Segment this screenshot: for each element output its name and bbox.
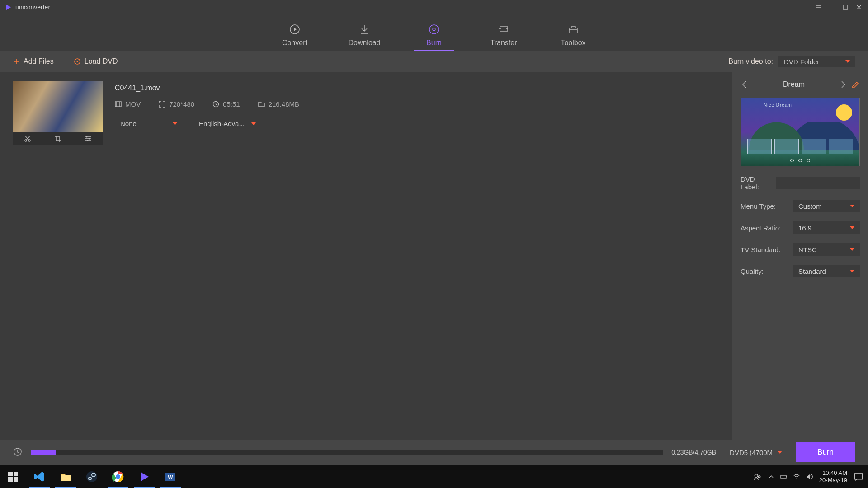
svg-rect-18	[8, 472, 13, 476]
audio-value: English-Adva...	[199, 120, 245, 127]
chevron-down-icon	[850, 248, 854, 251]
schedule-icon[interactable]	[13, 446, 23, 458]
minimize-icon[interactable]	[828, 4, 835, 11]
svg-rect-22	[61, 475, 71, 481]
video-thumbnail[interactable]	[13, 81, 103, 132]
aspect-ratio-row: Aspect Ratio: 16:9	[741, 221, 860, 234]
menu-type-label: Menu Type:	[741, 202, 788, 210]
disc-usage-fill	[31, 450, 56, 455]
prev-template-icon[interactable]	[741, 80, 749, 89]
subtitle-select[interactable]: None	[115, 118, 183, 130]
next-template-icon[interactable]	[839, 80, 847, 89]
taskbar-clock[interactable]: 10:40 AM 20-May-19	[819, 469, 847, 483]
disc-type-value: DVD5 (4700M	[730, 449, 773, 456]
load-dvd-button[interactable]: Load DVD	[74, 57, 122, 66]
taskbar-app-vscode[interactable]	[26, 465, 52, 488]
tab-transfer[interactable]: Transfer	[483, 23, 524, 51]
svg-rect-6	[500, 26, 507, 32]
aspect-ratio-label: Aspect Ratio:	[741, 224, 788, 232]
aspect-ratio-value: 16:9	[798, 224, 811, 232]
taskbar-app-chrome[interactable]	[105, 465, 131, 488]
play-icon	[5, 4, 12, 10]
tv-standard-select[interactable]: NTSC	[793, 243, 860, 256]
tv-standard-value: NTSC	[798, 246, 817, 253]
crop-icon[interactable]	[54, 135, 61, 142]
thumbnail-toolbar	[13, 132, 103, 145]
svg-point-5	[433, 28, 435, 31]
add-files-button[interactable]: Add Files	[13, 57, 57, 66]
taskbar-app-uniconverter[interactable]	[131, 465, 157, 488]
chevron-down-icon	[778, 451, 782, 454]
toolbox-icon	[567, 23, 579, 35]
close-icon[interactable]	[855, 4, 863, 11]
wifi-icon[interactable]	[793, 473, 800, 480]
slot	[802, 139, 826, 154]
quality-label: Quality:	[741, 267, 788, 275]
svg-point-32	[758, 475, 760, 478]
cut-icon[interactable]	[24, 135, 31, 142]
battery-icon[interactable]	[780, 473, 788, 480]
effects-icon[interactable]	[85, 135, 92, 142]
tab-label: Convert	[282, 39, 307, 47]
maximize-icon[interactable]	[842, 4, 849, 11]
tab-convert[interactable]: Convert	[274, 23, 315, 51]
preview-slots	[747, 139, 853, 154]
file-size: 216.48MB	[269, 100, 299, 108]
file-duration: 05:51	[223, 100, 240, 108]
template-name: Dream	[783, 80, 805, 89]
app-window: uniconverter Convert Download Burn Trans…	[0, 0, 868, 465]
file-meta: MOV 720*480 05:51 216.48MB	[115, 100, 720, 108]
add-files-label: Add Files	[24, 57, 54, 66]
svg-rect-15	[115, 102, 121, 107]
people-icon[interactable]	[753, 473, 761, 481]
svg-rect-35	[855, 474, 863, 479]
template-header: Dream	[741, 80, 860, 89]
taskbar-app-word[interactable]: W	[157, 465, 184, 488]
file-item[interactable]: C0441_1.mov MOV 720*480 05:51 216.48MB N…	[0, 72, 732, 155]
app-logo: uniconverter	[5, 4, 50, 11]
tab-toolbox[interactable]: Toolbox	[553, 23, 594, 51]
burn-button[interactable]: Burn	[796, 442, 855, 462]
taskbar-app-explorer[interactable]	[52, 465, 79, 488]
template-preview[interactable]: Nice Dream	[741, 98, 860, 166]
notifications-button[interactable]	[854, 472, 863, 482]
dvd-label-label: DVD Label:	[741, 175, 771, 191]
chevron-down-icon	[850, 226, 854, 229]
dvd-label-row: DVD Label:	[741, 175, 860, 191]
burn-to-select[interactable]: DVD Folder	[778, 56, 855, 67]
transfer-icon	[498, 23, 509, 35]
menu-type-select[interactable]: Custom	[793, 200, 860, 212]
dot	[790, 159, 794, 162]
tab-download[interactable]: Download	[344, 23, 385, 51]
play-icon	[138, 471, 150, 483]
plus-icon	[13, 58, 20, 65]
volume-icon[interactable]	[806, 473, 813, 480]
windows-icon	[7, 471, 19, 483]
action-toolbar: Add Files Load DVD Burn video to: DVD Fo…	[0, 51, 868, 72]
slot	[774, 139, 799, 154]
svg-point-12	[86, 136, 87, 138]
folder-icon	[60, 471, 71, 483]
dvd-label-input[interactable]	[776, 177, 860, 189]
svg-marker-28	[141, 472, 149, 481]
taskbar-app-steam[interactable]	[79, 465, 105, 488]
edit-template-icon[interactable]	[852, 80, 860, 89]
quality-select[interactable]: Standard	[793, 265, 860, 277]
menu-icon[interactable]	[815, 4, 822, 11]
dot	[807, 159, 810, 162]
vscode-icon	[33, 471, 45, 483]
tv-standard-label: TV Standard:	[741, 246, 788, 253]
start-button[interactable]	[0, 465, 26, 488]
tab-burn[interactable]: Burn	[414, 23, 454, 51]
disc-type-select[interactable]: DVD5 (4700M	[724, 447, 788, 458]
file-list: C0441_1.mov MOV 720*480 05:51 216.48MB N…	[0, 72, 732, 440]
chevron-down-icon	[850, 270, 854, 272]
system-tray	[768, 473, 813, 480]
preview-dots	[741, 159, 859, 162]
svg-rect-7	[569, 28, 577, 33]
svg-rect-1	[843, 5, 848, 9]
tray-expand-icon[interactable]	[768, 473, 775, 480]
audio-select[interactable]: English-Adva...	[193, 118, 261, 130]
aspect-ratio-select[interactable]: 16:9	[793, 221, 860, 234]
download-icon	[359, 23, 370, 35]
